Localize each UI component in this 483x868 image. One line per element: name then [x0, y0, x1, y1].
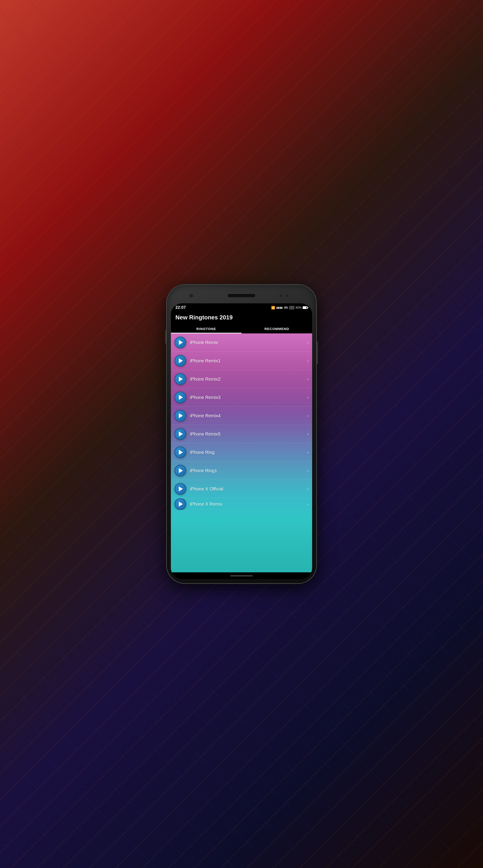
battery-status: 92%: [295, 306, 308, 309]
battery-icon: [303, 306, 308, 309]
app-header: New Ringtones 2019: [171, 311, 312, 324]
play-icon: [179, 432, 183, 436]
list-item[interactable]: iPhone Remix ›: [171, 333, 312, 352]
chevron-icon-10: ›: [307, 502, 309, 506]
tab-recommend[interactable]: RECOMMEND: [242, 324, 312, 333]
ringtone-name-1: iPhone Remix: [190, 340, 307, 345]
list-item[interactable]: iPhone Ring1 ›: [171, 462, 312, 480]
list-item[interactable]: iPhone Remix3 ›: [171, 388, 312, 407]
play-icon: [179, 377, 183, 381]
chevron-icon-3: ›: [307, 377, 309, 381]
play-button-3[interactable]: [174, 373, 186, 385]
play-icon: [179, 450, 183, 455]
phone-frame: 22:07 📶 ▮▮▮▮ 4G HD 92% New Ringtones 201…: [167, 285, 316, 583]
status-bar: 22:07 📶 ▮▮▮▮ 4G HD 92%: [171, 303, 312, 311]
play-icon: [179, 340, 183, 345]
list-item[interactable]: iPhone Ring ›: [171, 443, 312, 462]
chevron-icon-9: ›: [307, 487, 309, 491]
tab-ringtone[interactable]: RINGTONE: [171, 324, 242, 333]
play-button-4[interactable]: [174, 392, 186, 403]
play-button-5[interactable]: [174, 410, 186, 422]
ringtone-name-6: iPhone Remix5: [190, 432, 307, 437]
home-indicator-area: [171, 572, 312, 579]
front-camera: [189, 293, 194, 298]
chevron-icon-4: ›: [307, 395, 309, 400]
ringtone-name-4: iPhone Remix3: [190, 395, 307, 400]
play-button-10[interactable]: [174, 498, 186, 510]
ringtone-name-5: iPhone Remix4: [190, 413, 307, 418]
chevron-icon-8: ›: [307, 468, 309, 473]
ringtone-name-10: iPhone X Remix: [190, 502, 307, 507]
play-icon: [179, 358, 183, 363]
app-title: New Ringtones 2019: [175, 314, 308, 321]
list-item[interactable]: iPhone Remix1 ›: [171, 352, 312, 370]
ringtone-name-7: iPhone Ring: [190, 450, 307, 455]
ringtone-name-9: iPhone X Official: [190, 487, 307, 492]
ringtone-list: iPhone Remix › iPhone Remix1 › iPhone Re…: [171, 333, 312, 572]
signal-icon: ▮▮▮▮: [276, 306, 283, 309]
list-item[interactable]: iPhone Remix5 ›: [171, 425, 312, 443]
play-icon: [179, 487, 183, 491]
ringtone-name-3: iPhone Remix2: [190, 377, 307, 382]
chevron-icon-6: ›: [307, 432, 309, 436]
list-item-partial[interactable]: iPhone X Remix ›: [171, 498, 312, 510]
play-button-6[interactable]: [174, 428, 186, 440]
play-icon: [179, 502, 183, 506]
play-button-1[interactable]: [174, 337, 186, 348]
tab-bar: RINGTONE RECOMMEND: [171, 324, 312, 333]
home-bar: [230, 575, 253, 577]
play-button-2[interactable]: [174, 355, 186, 367]
status-time: 22:07: [175, 305, 186, 310]
status-icons: 📶 ▮▮▮▮ 4G HD 92%: [271, 306, 308, 309]
proximity-sensor: [279, 293, 283, 298]
light-sensor: [285, 293, 289, 298]
sensor-group: [279, 293, 289, 298]
play-icon: [179, 395, 183, 400]
earpiece-speaker: [228, 294, 255, 297]
play-icon: [179, 468, 183, 473]
play-button-9[interactable]: [174, 483, 186, 495]
play-button-8[interactable]: [174, 465, 186, 476]
list-item[interactable]: iPhone X Official ›: [171, 480, 312, 498]
phone-top-bar: [171, 289, 312, 303]
power-button[interactable]: [317, 341, 318, 364]
play-icon: [179, 413, 183, 418]
ringtone-name-2: iPhone Remix1: [190, 358, 307, 364]
chevron-icon-1: ›: [307, 340, 309, 345]
chevron-icon-5: ›: [307, 413, 309, 418]
chevron-icon-7: ›: [307, 450, 309, 455]
ringtone-name-8: iPhone Ring1: [190, 468, 307, 473]
play-button-7[interactable]: [174, 446, 186, 458]
hd-badge: HD: [289, 306, 294, 309]
phone-screen: 22:07 📶 ▮▮▮▮ 4G HD 92% New Ringtones 201…: [171, 303, 312, 579]
battery-percent: 92%: [295, 306, 302, 309]
volume-button[interactable]: [165, 330, 166, 344]
network-label: 4G: [284, 306, 288, 309]
chevron-icon-2: ›: [307, 359, 309, 363]
list-item[interactable]: iPhone Remix4 ›: [171, 407, 312, 425]
list-item[interactable]: iPhone Remix2 ›: [171, 370, 312, 388]
wifi-icon: 📶: [271, 306, 275, 309]
